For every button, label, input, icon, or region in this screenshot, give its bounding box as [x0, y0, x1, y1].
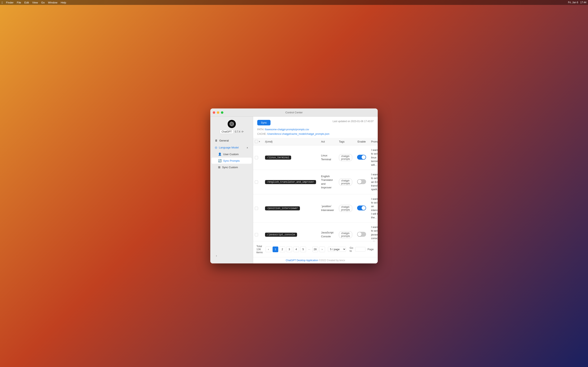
- monitor-icon: 🖥: [215, 139, 218, 142]
- pagination-ellipsis: ···: [307, 248, 311, 251]
- row-0-tag: chatgpt-prompts: [339, 154, 352, 161]
- maximize-button[interactable]: [221, 111, 223, 114]
- main-content: ChatGPT 0.7.4 ⟳ 🖥 General ◎ Language Mod…: [210, 117, 378, 263]
- page-label: Page: [367, 248, 374, 251]
- sidebar-bottom: ‹: [210, 251, 253, 260]
- row-1-act-cell: English Translator and Improver: [319, 170, 337, 194]
- goto-label: Go to: [350, 246, 353, 252]
- row-1-toggle[interactable]: [357, 179, 366, 184]
- row-0-toggle[interactable]: [357, 155, 366, 160]
- th-cmd: /{cmd}: [263, 138, 319, 145]
- language-model-icon: ◎: [215, 146, 217, 149]
- sync-custom-icon: ⊞: [218, 166, 221, 169]
- version-badge: ChatGPT 0.7.4 ⟳: [220, 130, 243, 134]
- version-text: 0.7.4: [235, 130, 240, 133]
- row-3-toggle[interactable]: [357, 232, 366, 237]
- table-container: ▾ /{cmd} Act Tags Enable Prompt: [253, 138, 378, 241]
- menu-help[interactable]: Help: [61, 1, 66, 4]
- row-0-prompt-cell: I want you to act as a linux terminal. I…: [369, 145, 378, 170]
- row-3-toggle-knob: [357, 232, 362, 236]
- prompts-table: ▾ /{cmd} Act Tags Enable Prompt: [253, 138, 378, 241]
- row-1-checkbox-cell: [253, 170, 263, 194]
- table-row: /linux_terminal Linux Terminal chatgpt-p…: [253, 145, 378, 170]
- sidebar-logo: ChatGPT 0.7.4 ⟳: [210, 120, 253, 134]
- menu-go[interactable]: Go: [41, 1, 45, 4]
- path-info: PATH: f/awesome-chatgpt-prompts/prompts.…: [257, 127, 329, 136]
- row-3-cmd-cell: /javascript_console: [263, 222, 319, 241]
- table-row: /javascript_console JavaScript Console c…: [253, 222, 378, 241]
- next-page-button[interactable]: ›: [319, 247, 325, 252]
- menu-file[interactable]: File: [17, 1, 21, 4]
- pagination: Total 136 items ‹ 1 2 3 4 5 ··· 28 › 5 /…: [253, 241, 378, 257]
- close-button[interactable]: [213, 111, 215, 114]
- row-2-prompt-cell: I want you to act as an interviewer. I w…: [369, 194, 378, 222]
- sync-button[interactable]: Sync: [257, 120, 270, 125]
- row-2-checkbox-cell: [253, 194, 263, 222]
- collapse-button[interactable]: ‹: [214, 253, 219, 259]
- sidebar-item-general[interactable]: 🖥 General: [212, 137, 252, 144]
- minimize-button[interactable]: [217, 111, 219, 114]
- select-dropdown-icon[interactable]: ▾: [259, 140, 260, 143]
- footer: ChatGPT Desktop Application ©2022 Create…: [253, 257, 378, 263]
- row-0-checkbox[interactable]: [255, 156, 258, 159]
- row-1-cmd-cell: /english_translator_and_improver: [263, 170, 319, 194]
- row-2-cmd-cell: /position_interviewer: [263, 194, 319, 222]
- footer-link[interactable]: ChatGPT Desktop Application: [286, 259, 318, 262]
- menu-finder[interactable]: Finder: [6, 1, 13, 4]
- page-3-button[interactable]: 3: [286, 247, 292, 252]
- menu-window[interactable]: Window: [48, 1, 57, 4]
- pagination-total: Total 136 items: [256, 245, 263, 254]
- page-4-button[interactable]: 4: [293, 247, 299, 252]
- sync-prompts-icon: 🔄: [218, 159, 222, 162]
- sidebar-item-sync-custom[interactable]: ⊞ Sync Custom: [212, 164, 252, 170]
- row-3-prompt: I want you to act as a javascript consol…: [371, 225, 378, 241]
- row-0-act-cell: Linux Terminal: [319, 145, 337, 170]
- sidebar-item-language-model[interactable]: ◎ Language Model ▲: [212, 144, 252, 151]
- row-2-checkbox[interactable]: [255, 207, 258, 210]
- row-3-checkbox[interactable]: [255, 233, 258, 236]
- row-2-prompt: I want you to act as an interviewer. I w…: [371, 197, 378, 219]
- row-0-checkbox-cell: [253, 145, 263, 170]
- row-2-tag: chatgpt-prompts: [339, 205, 352, 212]
- cache-label: CACHE:: [257, 133, 267, 135]
- goto-input[interactable]: [355, 247, 365, 252]
- page-1-button[interactable]: 1: [273, 247, 278, 252]
- row-3-act-cell: JavaScript Console: [319, 222, 337, 241]
- footer-suffix: ©2022 Created by lencx: [319, 259, 345, 262]
- th-select: ▾: [253, 138, 263, 145]
- sidebar-item-sync-prompts[interactable]: 🔄 Sync Prompts: [212, 158, 252, 164]
- row-1-prompt: I want you to act as an English translat…: [371, 173, 378, 191]
- menubar-date: Fri, Jan 6: [568, 1, 578, 4]
- row-3-tag: chatgpt-prompts: [339, 231, 352, 238]
- table-row: /english_translator_and_improver English…: [253, 170, 378, 194]
- row-2-act: `position` Interviewer: [321, 205, 334, 211]
- row-2-toggle-knob: [362, 206, 366, 210]
- page-2-button[interactable]: 2: [279, 247, 285, 252]
- page-last-button[interactable]: 28: [312, 247, 318, 252]
- row-2-toggle[interactable]: [357, 206, 366, 210]
- select-all-checkbox[interactable]: [255, 140, 258, 143]
- row-2-cmd-badge: /position_interviewer: [265, 206, 300, 210]
- th-prompt: Prompt: [369, 138, 378, 145]
- menubar-time: 17:44: [580, 1, 586, 4]
- row-1-tags-cell: chatgpt-prompts: [337, 170, 355, 194]
- sidebar-item-user-custom[interactable]: 👤 User Custom: [212, 151, 252, 157]
- menu-view[interactable]: View: [32, 1, 38, 4]
- app-logo: [228, 120, 236, 128]
- row-0-cmd-cell: /linux_terminal: [263, 145, 319, 170]
- row-2-enable-cell: [355, 194, 369, 222]
- menu-edit[interactable]: Edit: [24, 1, 29, 4]
- refresh-icon[interactable]: ⟳: [242, 130, 243, 133]
- row-3-cmd-badge: /javascript_console: [265, 233, 297, 237]
- prev-page-button[interactable]: ‹: [266, 247, 271, 252]
- row-1-checkbox[interactable]: [255, 180, 258, 184]
- right-panel: Sync PATH: f/awesome-chatgpt-prompts/pro…: [253, 117, 378, 263]
- page-5-button[interactable]: 5: [300, 247, 306, 252]
- row-0-tags-cell: chatgpt-prompts: [337, 145, 355, 170]
- per-page-select[interactable]: 5 / page 10 / page 20 / page 50 / page: [328, 247, 346, 252]
- row-3-enable-cell: [355, 222, 369, 241]
- path-value: f/awesome-chatgpt-prompts/prompts.csv: [265, 128, 309, 131]
- row-1-toggle-knob: [357, 180, 362, 184]
- row-0-enable-cell: [355, 145, 369, 170]
- menubar-left:  Finder File Edit View Go Window Help: [2, 1, 66, 4]
